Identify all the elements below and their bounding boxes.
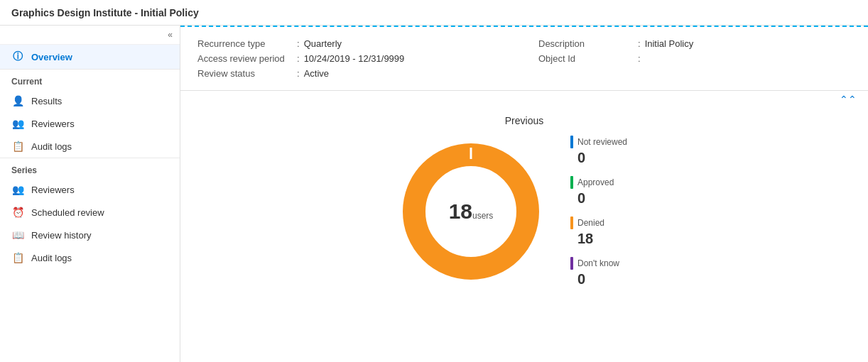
access-review-period-value: 10/24/2019 - 12/31/9999 — [304, 53, 405, 64]
series-notes-icon: 📋 — [11, 252, 24, 263]
review-status-row: Review status : Active — [197, 68, 510, 79]
content-area: Recurrence type : Quarterly Description … — [180, 26, 868, 362]
sidebar-item-scheduled-review[interactable]: ⏰ Scheduled review — [0, 201, 180, 224]
chart-and-legend: 18 users Not reviewed 0 — [364, 133, 684, 290]
access-review-period-label: Access review period — [197, 53, 297, 64]
description-label: Description — [538, 38, 638, 49]
denied-label: Denied — [577, 218, 604, 228]
book-icon: 📖 — [11, 229, 24, 241]
sidebar: « ⓘ Overview Current 👤 Results 👥 Reviewe… — [0, 26, 180, 362]
top-bar: Graphics Design Institute - Initial Poli… — [0, 0, 868, 26]
sidebar-item-scheduled-review-label: Scheduled review — [31, 207, 104, 218]
sidebar-item-series-reviewers-label: Reviewers — [31, 185, 75, 195]
sidebar-item-results[interactable]: 👤 Results — [0, 89, 180, 112]
sidebar-item-overview-label: Overview — [31, 52, 72, 62]
donut-number: 18 — [449, 199, 472, 224]
sidebar-item-review-history[interactable]: 📖 Review history — [0, 224, 180, 246]
detail-section: Recurrence type : Quarterly Description … — [180, 27, 868, 91]
donut-chart: 18 users — [393, 133, 549, 290]
review-status-value: Active — [304, 68, 329, 79]
previous-section: Previous 18 users — [180, 108, 868, 362]
legend-item-approved: Approved 0 — [570, 176, 656, 207]
denied-value: 18 — [570, 231, 656, 247]
not-reviewed-label: Not reviewed — [577, 137, 627, 147]
approved-value: 0 — [570, 190, 656, 207]
page-title: Graphics Design Institute - Initial Poli… — [11, 7, 199, 18]
legend: Not reviewed 0 Approved 0 — [570, 136, 656, 287]
dont-know-label: Don't know — [577, 258, 619, 268]
sidebar-item-audit-logs-label: Audit logs — [31, 141, 72, 152]
recurrence-type-label: Recurrence type — [197, 38, 297, 49]
sidebar-item-series-audit-logs-label: Audit logs — [31, 253, 72, 263]
access-review-period-row: Access review period : 10/24/2019 - 12/3… — [197, 53, 510, 64]
legend-item-denied: Denied 18 — [570, 216, 656, 247]
series-section-label: Series — [0, 158, 180, 178]
legend-item-dont-know: Don't know 0 — [570, 257, 656, 287]
current-section-label: Current — [0, 69, 180, 89]
sidebar-item-review-history-label: Review history — [31, 230, 92, 241]
people-icon: 👥 — [11, 118, 24, 129]
sidebar-item-audit-logs[interactable]: 📋 Audit logs — [0, 135, 180, 158]
notes-icon: 📋 — [11, 141, 24, 152]
donut-center: 18 users — [449, 199, 494, 224]
collapse-arrows-button[interactable]: ⌃⌃ — [180, 91, 868, 108]
legend-item-not-reviewed: Not reviewed 0 — [570, 136, 656, 166]
clock-icon: ⏰ — [11, 207, 24, 218]
sidebar-item-series-audit-logs[interactable]: 📋 Audit logs — [0, 246, 180, 269]
previous-title: Previous — [505, 115, 543, 126]
sidebar-item-reviewers-label: Reviewers — [31, 119, 75, 129]
donut-label: users — [472, 211, 493, 221]
sidebar-item-results-label: Results — [31, 96, 62, 106]
approved-label: Approved — [577, 177, 614, 187]
object-id-row: Object Id : — [538, 53, 851, 64]
recurrence-type-value: Quarterly — [304, 38, 342, 49]
denied-bar — [570, 216, 573, 229]
object-id-label: Object Id — [538, 53, 638, 64]
sidebar-item-series-reviewers[interactable]: 👥 Reviewers — [0, 178, 180, 201]
dont-know-value: 0 — [570, 271, 656, 287]
description-value: Initial Policy — [645, 38, 694, 49]
sidebar-item-overview[interactable]: ⓘ Overview — [0, 45, 180, 69]
description-row: Description : Initial Policy — [538, 38, 851, 49]
recurrence-type-row: Recurrence type : Quarterly — [197, 38, 510, 49]
approved-bar — [570, 176, 573, 189]
review-status-label: Review status — [197, 68, 297, 79]
main-layout: « ⓘ Overview Current 👤 Results 👥 Reviewe… — [0, 26, 868, 362]
sidebar-item-reviewers[interactable]: 👥 Reviewers — [0, 112, 180, 135]
dont-know-bar — [570, 257, 573, 270]
person-icon: 👤 — [11, 95, 24, 106]
series-people-icon: 👥 — [11, 184, 24, 195]
info-icon: ⓘ — [11, 50, 24, 63]
not-reviewed-bar — [570, 136, 573, 148]
not-reviewed-value: 0 — [570, 150, 656, 166]
detail-grid: Recurrence type : Quarterly Description … — [197, 38, 851, 79]
collapse-button[interactable]: « — [0, 26, 180, 45]
